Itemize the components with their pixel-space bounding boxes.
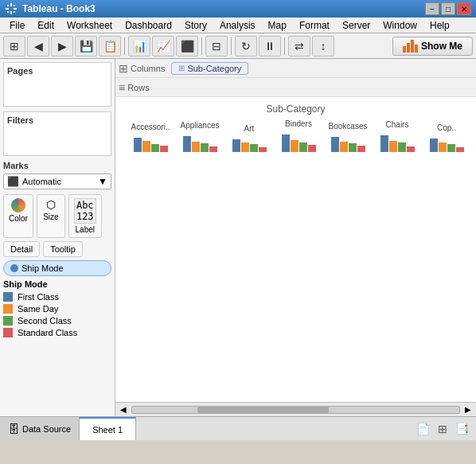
col-bookcases: Bookcases: [327, 122, 369, 152]
show-me-chart-icon: [403, 40, 418, 53]
detail-button[interactable]: Detail: [3, 241, 40, 257]
menu-help[interactable]: Help: [423, 18, 456, 33]
show-me-button[interactable]: Show Me: [392, 37, 473, 56]
legend-item-2: Second Class: [3, 316, 111, 326]
marks-section: Marks ⬛ Automatic ▼ Color ⬡ Size Abc123 …: [3, 161, 111, 276]
new-sheet-button[interactable]: 📄: [414, 423, 432, 435]
col-label-bookcases: Bookcases: [329, 122, 368, 131]
show-me-label: Show Me: [421, 41, 462, 52]
left-panel: Pages Filters Marks ⬛ Automatic ▼ Color: [0, 59, 115, 416]
svg-rect-0: [10, 3, 12, 6]
legend-item-3: Standard Class: [3, 328, 111, 337]
data-source-tab[interactable]: 🗄 Data Source: [0, 417, 80, 440]
toolbar-swap-btn[interactable]: ⇄: [288, 36, 310, 57]
toolbar-filter-btn[interactable]: ⊟: [205, 36, 228, 57]
toolbar-pause-btn[interactable]: ⏸: [259, 36, 281, 57]
columns-shelf-label: ⊞ Columns: [119, 62, 165, 75]
columns-shelf: ⊞ Columns ⊞ Sub-Category: [115, 59, 476, 78]
menu-server[interactable]: Server: [336, 18, 377, 33]
chart-subtitle: Sub-Category: [122, 103, 470, 115]
legend-color-standard-class: [3, 328, 13, 337]
rows-shelf: ≡ Rows: [115, 78, 476, 97]
tableau-icon: [5, 2, 18, 15]
toolbar-forward-btn[interactable]: ▶: [51, 36, 73, 57]
scroll-thumb[interactable]: [197, 407, 328, 413]
bar-seg-green: [151, 144, 159, 152]
toolbar-back-btn[interactable]: ◀: [27, 36, 49, 57]
marks-dropdown-arrow: ▼: [98, 176, 107, 187]
close-button[interactable]: ✕: [457, 2, 471, 15]
col-appliances: Appliances: [179, 121, 220, 152]
menu-analysis[interactable]: Analysis: [213, 18, 262, 33]
bar-col-0: [134, 138, 142, 152]
toolbar-refresh-btn[interactable]: ↻: [235, 36, 257, 57]
svg-rect-7: [7, 11, 9, 13]
menu-dashboard[interactable]: Dashboard: [119, 18, 178, 33]
size-button[interactable]: ⬡ Size: [37, 194, 65, 238]
subcategory-pill[interactable]: ⊞ Sub-Category: [171, 62, 248, 75]
legend-label-standard-class: Standard Class: [18, 328, 77, 337]
tooltip-button[interactable]: Tooltip: [43, 241, 83, 257]
toolbar-duplicate-btn[interactable]: 📋: [99, 36, 121, 57]
minimize-button[interactable]: −: [425, 2, 439, 15]
window-title: Tableau - Book3: [22, 3, 96, 14]
toolbar-chart1-btn[interactable]: 📊: [128, 36, 150, 57]
toolbar-sort-btn[interactable]: ↕: [312, 36, 334, 57]
col-accessories: Accessori..: [130, 123, 171, 152]
toolbar-sep4: [284, 37, 285, 55]
marks-dropdown[interactable]: ⬛ Automatic ▼: [3, 174, 111, 189]
toolbar-grid-btn[interactable]: ⊞: [3, 36, 25, 57]
bar-seg-orange: [142, 141, 150, 152]
tab-icons: 📄 ⊞ 📑: [409, 417, 476, 440]
sheet1-label: Sheet 1: [92, 425, 123, 435]
bars-copiers: [430, 138, 464, 152]
sheet1-tab[interactable]: Sheet 1: [80, 417, 136, 440]
database-icon: 🗄: [8, 423, 19, 435]
col-label-art: Art: [244, 124, 255, 133]
legend-label-second-class: Second Class: [18, 316, 72, 326]
menu-file[interactable]: File: [3, 18, 31, 33]
marks-title: Marks: [3, 161, 111, 170]
svg-rect-5: [14, 11, 15, 13]
bar-col-2: [151, 144, 159, 152]
scroll-area: ◀ ▶: [115, 402, 476, 416]
toolbar-save-btn[interactable]: 💾: [75, 36, 97, 57]
menu-edit[interactable]: Edit: [31, 18, 60, 33]
toolbar-chart2-btn[interactable]: 📈: [152, 36, 174, 57]
legend-color-second-class: [3, 316, 13, 326]
col-label-copiers: Cop..: [437, 123, 456, 132]
scroll-right-arrow[interactable]: ▶: [463, 405, 473, 414]
bar-col-3: [160, 146, 168, 152]
toolbar: ⊞ ◀ ▶ 💾 📋 📊 📈 ⬛ ⊟ ↻ ⏸ ⇄ ↕ Show Me: [0, 33, 476, 59]
menu-worksheet[interactable]: Worksheet: [60, 18, 119, 33]
toolbar-chart3-btn[interactable]: ⬛: [176, 36, 198, 57]
data-source-label: Data Source: [22, 424, 71, 434]
menu-bar: File Edit Worksheet Dashboard Story Anal…: [0, 18, 476, 33]
toolbar-sep1: [124, 37, 125, 55]
svg-rect-6: [14, 5, 15, 6]
menu-story[interactable]: Story: [178, 18, 213, 33]
legend-title: Ship Mode: [3, 279, 111, 289]
size-icon: ⬡: [46, 198, 56, 211]
ship-mode-pill[interactable]: Ship Mode: [3, 260, 111, 276]
menu-format[interactable]: Format: [293, 18, 336, 33]
scroll-track[interactable]: [131, 406, 460, 414]
marks-icons: Color ⬡ Size Abc123 Label: [3, 194, 111, 238]
maximize-button[interactable]: □: [441, 2, 455, 15]
pages-body: [7, 79, 107, 103]
new-story-button[interactable]: 📑: [453, 423, 471, 435]
scroll-left-arrow[interactable]: ◀: [119, 405, 128, 414]
main-layout: Pages Filters Marks ⬛ Automatic ▼ Color: [0, 59, 476, 416]
menu-map[interactable]: Map: [262, 18, 293, 33]
menu-window[interactable]: Window: [377, 18, 423, 33]
label-button[interactable]: Abc123 Label: [68, 194, 102, 238]
legend-item-0: First Class: [3, 292, 111, 302]
filters-section: Filters: [3, 111, 111, 156]
col-chairs: Chairs: [377, 120, 418, 152]
new-dashboard-button[interactable]: ⊞: [435, 423, 450, 435]
chart-canvas: Sub-Category Accessori..: [115, 97, 476, 402]
color-button[interactable]: Color: [3, 194, 33, 238]
svg-rect-4: [7, 5, 9, 6]
svg-rect-2: [6, 8, 9, 10]
chart-area: ⊞ Columns ⊞ Sub-Category ≡ Rows Sub-Cate…: [115, 59, 476, 416]
